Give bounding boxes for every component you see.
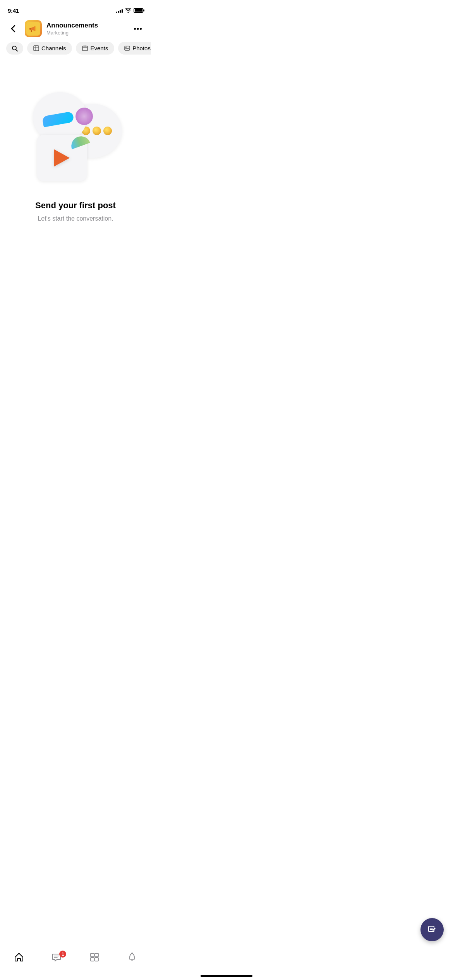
yellow-dot-4 [103,127,112,135]
svg-line-7 [16,50,17,51]
back-button[interactable] [6,22,20,36]
battery-icon [134,8,143,13]
svg-rect-11 [82,46,88,51]
wifi-icon [125,8,131,13]
search-filter-button[interactable] [6,42,23,55]
yellow-dot-3 [93,127,101,135]
events-label: Events [90,45,108,51]
svg-rect-15 [125,46,130,50]
svg-point-3 [134,28,136,30]
channel-info: Announcements Marketing [46,22,126,36]
status-time: 9:41 [8,7,19,14]
empty-state-title: Send your first post [35,200,116,211]
svg-point-4 [137,28,139,30]
channel-header: Announcements Marketing [0,17,151,42]
channel-name: Announcements [46,22,126,29]
filter-row: Channels Events Photos [0,42,151,61]
svg-rect-1 [29,28,31,30]
svg-point-16 [126,47,127,48]
main-content: Send your first post Let's start the con… [0,61,151,269]
empty-illustration [25,84,126,185]
more-button[interactable] [131,22,145,36]
orange-triangle [54,149,70,166]
purple-accent [76,108,93,125]
svg-point-5 [140,28,142,30]
empty-state-subtitle: Let's start the conversation. [38,214,113,223]
status-bar: 9:41 [0,0,151,17]
events-filter-button[interactable]: Events [76,42,114,55]
channel-subtitle: Marketing [46,30,126,36]
photos-filter-button[interactable]: Photos [118,42,151,55]
svg-point-2 [34,26,36,31]
svg-rect-8 [34,46,39,51]
channels-label: Channels [41,45,66,51]
channel-avatar [25,20,42,37]
channels-filter-button[interactable]: Channels [27,42,72,55]
signal-icon [116,8,123,13]
blue-curve-shape [42,111,74,127]
status-icons [116,8,143,13]
photos-label: Photos [132,45,151,51]
